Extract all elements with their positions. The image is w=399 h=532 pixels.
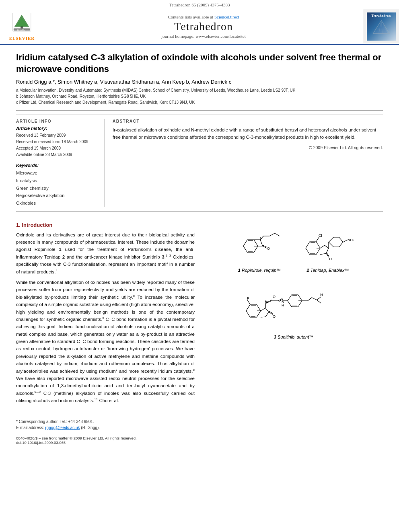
svg-line-54	[308, 298, 312, 301]
svg-line-18	[263, 246, 267, 248]
svg-text:H: H	[265, 300, 267, 303]
body-content: 1. Introduction Oxindole and its derivat…	[0, 222, 399, 408]
svg-text:N: N	[260, 236, 263, 240]
page-wrapper: Tetrahedron 65 (2009) 4375–4383 ELSEVIER	[0, 0, 399, 532]
article-info-label: ARTICLE INFO	[16, 119, 96, 123]
svg-text:Cl: Cl	[319, 234, 322, 238]
abstract-text: Ir-catalysed alkylation of oxindole and …	[113, 127, 383, 141]
svg-text:ELSEVIER: ELSEVIER	[17, 29, 27, 31]
compound-3-label: 3 Sunitinib, sutent™	[274, 335, 313, 339]
sciencedirect-link[interactable]: ScienceDirect	[214, 14, 239, 19]
journal-citation: Tetrahedron 65 (2009) 4375–4383	[0, 0, 399, 9]
compound-3-svg: F N H O O N H N	[241, 281, 346, 333]
compounds-row-1-2: N O 1 Ropinirole, requip™	[231, 222, 356, 273]
compound-3-name: Sunitinib, sutent™	[278, 335, 313, 339]
svg-line-39	[247, 300, 250, 304]
body-right-column: N O 1 Ropinirole, requip™	[201, 222, 383, 408]
footer-issn: 0040-4020/$ – see front matter © 2009 El…	[16, 436, 383, 440]
accepted-date: Accepted 19 March 2009	[16, 145, 96, 152]
compound-2-number: 2	[307, 268, 309, 273]
journal-cover-section: Tetrahedron	[363, 9, 399, 44]
compound-2-svg: Cl NH₂ O	[300, 222, 356, 266]
svg-line-17	[275, 233, 280, 236]
abstract-label: ABSTRACT	[113, 119, 383, 123]
intro-para-1: Oxindole and its derivatives are of grea…	[16, 231, 195, 275]
compound-3-box: F N H O O N H N 3 Sunitinib, sutent™	[241, 281, 346, 339]
keyword-oxindoles: Oxindoles	[16, 199, 96, 207]
elsevier-label: ELSEVIER	[9, 36, 35, 41]
journal-header: ELSEVIER ELSEVIER Contents lists availab…	[0, 9, 399, 45]
compound-1-box: N O 1 Ropinirole, requip™	[231, 222, 288, 273]
abstract-panel: ABSTRACT Ir-catalysed alkylation of oxin…	[105, 119, 383, 207]
sciencedirect-prefix: Contents lists available at	[168, 14, 213, 19]
keyword-regioselective: Regioselective alkylation	[16, 192, 96, 199]
svg-line-29	[343, 240, 347, 242]
footer-doi: doi:10.1016/j.tet.2009.03.065	[16, 440, 383, 445]
compound-structures: N O 1 Ropinirole, requip™	[204, 222, 383, 339]
compound-2-box: Cl NH₂ O 2 Tenidap, Enablex™	[300, 222, 356, 273]
keywords-label: Keywords:	[16, 163, 96, 168]
compound-3-number: 3	[274, 335, 276, 339]
compound-1-label: 1 Ropinirole, requip™	[238, 268, 281, 273]
svg-text:O: O	[267, 246, 270, 251]
cover-journal-label: Tetrahedron	[371, 14, 391, 18]
authors-text: Ronald Grigg a,*, Simon Whitney a, Visuv…	[16, 79, 231, 85]
affiliation-3: c Pfizer Ltd, Chemical Research and Deve…	[16, 99, 383, 105]
compounds-row-3: F N H O O N H N 3 Sunitinib, sutent™	[241, 281, 346, 339]
elsevier-logo-section: ELSEVIER ELSEVIER	[0, 9, 44, 44]
keyword-microwave: Microwave	[16, 169, 96, 177]
homepage-text: journal homepage: www.elsevier.com/locat…	[161, 34, 245, 39]
svg-marker-27	[329, 237, 343, 247]
article-history-title: Article history:	[16, 126, 96, 131]
available-date: Available online 28 March 2009	[16, 152, 96, 158]
authors-line: Ronald Grigg a,*, Simon Whitney a, Visuv…	[16, 79, 383, 85]
svg-text:H: H	[282, 304, 284, 307]
svg-text:O: O	[273, 314, 276, 318]
compound-1-number: 1	[238, 268, 241, 273]
affiliations: a Molecular Innovation, Diversity and Au…	[16, 87, 383, 105]
elsevier-tree-icon: ELSEVIER	[10, 13, 34, 35]
section-1-title: 1. Introduction	[16, 222, 195, 228]
svg-text:F: F	[247, 296, 249, 300]
compound-1-name: Ropinirole, requip™	[242, 268, 281, 273]
citation-text: Tetrahedron 65 (2009) 4375–4383	[169, 2, 230, 7]
revised-date: Received in revised form 18 March 2009	[16, 139, 96, 145]
footnote-email: E-mail address: rgrigg@leeds.ac.uk (R. G…	[16, 425, 383, 431]
svg-line-16	[269, 233, 275, 236]
elsevier-logo: ELSEVIER ELSEVIER	[9, 13, 35, 41]
svg-line-55	[312, 298, 317, 300]
footnotes-section: * Corresponding author. Tel.: +44 343 65…	[16, 416, 383, 431]
footnote-corresponding: * Corresponding author. Tel.: +44 343 65…	[16, 419, 383, 425]
received-date: Received 13 February 2009	[16, 132, 96, 139]
tetrahedron-cover-image: Tetrahedron	[367, 12, 396, 41]
svg-line-57	[317, 300, 321, 303]
keyword-ir-catalysis: Ir catalysis	[16, 177, 96, 185]
journal-title: Tetrahedron	[174, 20, 233, 33]
keyword-green-chemistry: Green chemistry	[16, 185, 96, 192]
footnote-email-author: (R. Grigg).	[81, 425, 100, 430]
affiliation-1: a Molecular Innovation, Diversity and Au…	[16, 87, 383, 93]
article-info-abstract-section: ARTICLE INFO Article history: Received 1…	[16, 115, 383, 211]
cover-decoration-icon	[371, 19, 391, 35]
journal-homepage: journal homepage: www.elsevier.com/locat…	[161, 34, 245, 39]
intro-para-2: While the conventional alkylation of oxi…	[16, 279, 195, 405]
svg-text:N: N	[320, 293, 323, 297]
body-left-column: 1. Introduction Oxindole and its derivat…	[16, 222, 201, 408]
footnote-email-label: E-mail address:	[16, 425, 45, 430]
header-divider	[16, 110, 383, 111]
compound-2-name: Tenidap, Enablex™	[311, 268, 349, 273]
footer-bar: 0040-4020/$ – see front matter © 2009 El…	[16, 434, 383, 445]
article-main: Iridium catalysed C-3 alkylation of oxin…	[0, 45, 399, 216]
compound-2-label: 2 Tenidap, Enablex™	[307, 268, 349, 273]
footnote-email-link[interactable]: rgrigg@leeds.ac.uk	[45, 425, 80, 430]
svg-text:O: O	[273, 295, 276, 299]
svg-marker-7	[375, 23, 387, 33]
svg-line-56	[317, 297, 321, 300]
svg-text:O: O	[329, 257, 332, 261]
article-info-panel: ARTICLE INFO Article history: Received 1…	[16, 119, 105, 207]
svg-line-19	[263, 245, 267, 247]
compound-1-svg: N O	[231, 222, 288, 266]
copyright-text: © 2009 Elsevier Ltd. All rights reserved…	[113, 145, 383, 150]
svg-text:NH₂: NH₂	[348, 238, 354, 242]
journal-name-section: Contents lists available at ScienceDirec…	[44, 9, 363, 44]
